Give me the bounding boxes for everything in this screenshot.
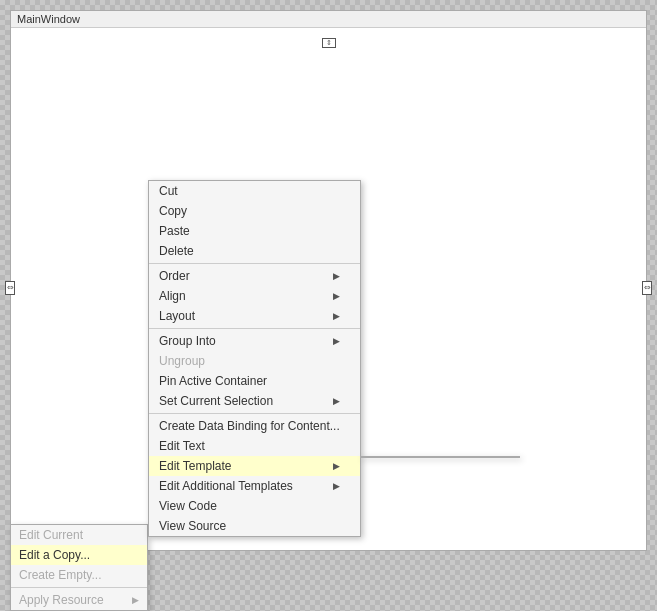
menu-item-edit-additional[interactable]: Edit Additional Templates ▶ — [149, 476, 360, 496]
left-resize-handle[interactable]: ⇔ — [5, 281, 15, 295]
submenu-arrow-current: ▶ — [333, 396, 340, 406]
separator-2 — [149, 328, 360, 329]
menu-item-copy[interactable]: Copy — [149, 201, 360, 221]
menu-item-ungroup: Ungroup — [149, 351, 360, 371]
menu-item-layout[interactable]: Layout ▶ — [149, 306, 360, 326]
menu-item-group-into[interactable]: Group Into ▶ — [149, 331, 360, 351]
left-panel-divider — [11, 587, 147, 588]
menu-item-cut[interactable]: Cut — [149, 181, 360, 201]
menu-item-order[interactable]: Order ▶ — [149, 266, 360, 286]
menu-item-edit-text[interactable]: Edit Text — [149, 436, 360, 456]
submenu-arrow-order: ▶ — [333, 271, 340, 281]
menu-item-pin-active[interactable]: Pin Active Container — [149, 371, 360, 391]
submenu-arrow-align: ▶ — [333, 291, 340, 301]
menu-item-edit-template[interactable]: Edit Template ▶ — [149, 456, 360, 476]
submenu-arrow-additional: ▶ — [333, 481, 340, 491]
right-resize-handle[interactable]: ⇔ — [642, 281, 652, 295]
left-panel-edit-current: Edit Current — [11, 525, 147, 545]
center-top-resize-handle[interactable]: ⇕ — [322, 38, 336, 48]
separator-1 — [149, 263, 360, 264]
edit-template-submenu — [360, 456, 520, 458]
context-menu: Cut Copy Paste Delete Order ▶ Align ▶ La… — [148, 180, 361, 537]
menu-item-delete[interactable]: Delete — [149, 241, 360, 261]
menu-item-paste[interactable]: Paste — [149, 221, 360, 241]
window-title: MainWindow — [11, 11, 646, 28]
menu-item-view-code[interactable]: View Code — [149, 496, 360, 516]
menu-item-align[interactable]: Align ▶ — [149, 286, 360, 306]
apply-resource-item: Apply Resource ▶ — [11, 590, 147, 610]
menu-item-create-binding[interactable]: Create Data Binding for Content... — [149, 416, 360, 436]
submenu-arrow-template: ▶ — [333, 461, 340, 471]
left-panel: Edit Current Edit a Copy... Create Empty… — [10, 524, 148, 611]
menu-item-set-current[interactable]: Set Current Selection ▶ — [149, 391, 360, 411]
left-panel-edit-copy[interactable]: Edit a Copy... — [11, 545, 147, 565]
menu-item-view-source[interactable]: View Source — [149, 516, 360, 536]
separator-3 — [149, 413, 360, 414]
submenu-arrow-layout: ▶ — [333, 311, 340, 321]
apply-resource-arrow: ▶ — [132, 595, 139, 605]
left-panel-create-empty[interactable]: Create Empty... — [11, 565, 147, 585]
submenu-arrow-group: ▶ — [333, 336, 340, 346]
